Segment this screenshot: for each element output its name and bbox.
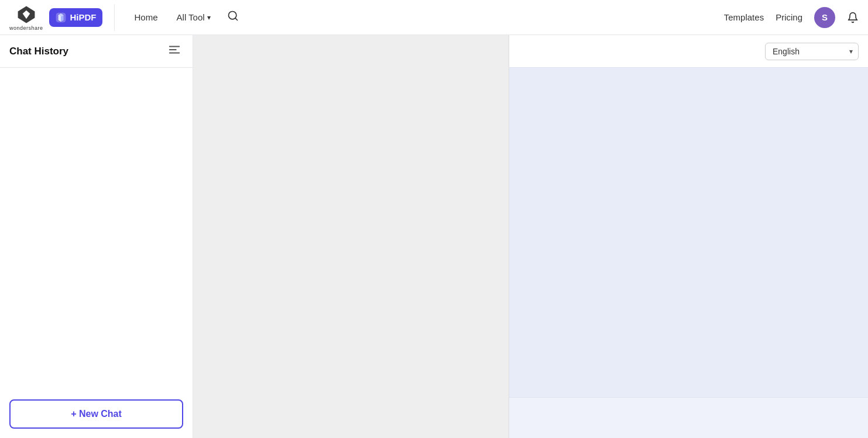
header-right: Templates Pricing S [724,7,859,28]
nav-home[interactable]: Home [126,9,166,26]
nav-templates[interactable]: Templates [724,12,764,22]
nav-all-tool[interactable]: All Tool ▾ [169,9,219,26]
main-content: Chat History + New Chat English French [0,35,868,438]
logo-area: wondershare HiPDF [9,4,115,31]
chat-panel-top: English French Spanish German Chinese ▾ [509,35,868,68]
search-icon [227,10,239,22]
notification-icon[interactable] [847,12,859,23]
sidebar: Chat History + New Chat [0,35,193,438]
app-header: wondershare HiPDF Home All Tool ▾ [0,0,868,35]
collapse-icon [168,43,181,56]
language-select[interactable]: English French Spanish German Chinese [765,43,859,60]
hipdf-text: HiPDF [70,12,97,22]
hipdf-icon [55,12,67,23]
document-viewer-panel [193,35,509,438]
hipdf-logo[interactable]: HiPDF [49,8,102,27]
chat-input-area [509,397,868,438]
main-nav: Home All Tool ▾ [126,6,245,28]
sidebar-body [0,68,193,438]
wondershare-text: wondershare [9,25,43,31]
sidebar-header: Chat History [0,35,193,68]
chevron-down-icon: ▾ [207,13,211,22]
chat-messages-area [509,68,868,397]
chat-panel: English French Spanish German Chinese ▾ [509,35,868,438]
nav-pricing[interactable]: Pricing [776,12,802,22]
collapse-sidebar-button[interactable] [166,41,183,61]
language-selector-wrapper: English French Spanish German Chinese ▾ [765,43,859,60]
svg-line-2 [235,18,238,20]
wondershare-icon [16,4,37,25]
search-button[interactable] [221,6,245,28]
sidebar-title: Chat History [9,46,68,57]
wondershare-logo: wondershare [9,4,43,31]
new-chat-button[interactable]: + New Chat [9,399,183,429]
user-avatar[interactable]: S [814,7,835,28]
